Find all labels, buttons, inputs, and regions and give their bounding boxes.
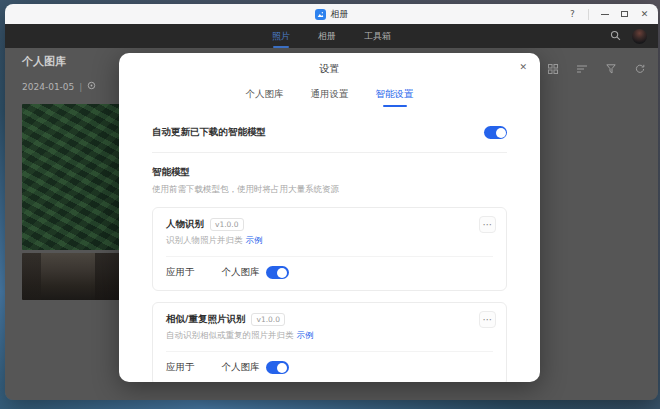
more-options-icon[interactable]: ⋯ xyxy=(479,311,496,328)
model-description-text: 识别人物照片并归类 xyxy=(166,235,243,245)
settings-title: 设置 xyxy=(320,63,340,74)
example-link[interactable]: 示例 xyxy=(297,330,314,340)
date-label: 2024-01-05 xyxy=(22,82,74,92)
album-app-icon xyxy=(315,9,326,20)
apply-row: 应用于 个人图库 xyxy=(166,361,493,374)
settings-dialog-header: 设置 ✕ xyxy=(119,53,540,76)
tab-photos[interactable]: 照片 xyxy=(270,24,292,49)
model-version-badge: v1.0.0 xyxy=(251,313,285,326)
date-separator: | xyxy=(79,82,82,92)
smart-models-section-title: 智能模型 xyxy=(152,166,507,179)
settings-body: 自动更新已下载的智能模型 智能模型 使用前需下载模型包，使用时将占用大量系统资源… xyxy=(119,109,540,382)
smart-models-section-subtitle: 使用前需下载模型包，使用时将占用大量系统资源 xyxy=(152,184,507,196)
model-card-header: 人物识别 v1.0.0 ⋯ xyxy=(166,218,493,231)
divider xyxy=(166,351,493,352)
main-tabbar: 照片 相册 工具箱 xyxy=(5,24,658,48)
similar-duplicate-toggle[interactable] xyxy=(266,361,289,374)
model-title: 相似/重复照片识别 xyxy=(166,313,245,326)
settings-tabs: 个人图库 通用设置 智能设置 xyxy=(119,88,540,109)
avatar[interactable] xyxy=(632,29,647,44)
more-options-icon[interactable]: ⋯ xyxy=(479,216,496,233)
location-icon[interactable] xyxy=(87,81,96,92)
apply-row: 应用于 个人图库 xyxy=(166,266,493,279)
model-card-similar-duplicate: 相似/重复照片识别 v1.0.0 ⋯ 自动识别相似或重复的照片并归类示例 应用于… xyxy=(152,302,507,382)
divider xyxy=(152,152,507,153)
auto-update-label: 自动更新已下载的智能模型 xyxy=(152,126,266,139)
titlebar-app: 相册 xyxy=(315,8,349,21)
list-view-icon[interactable] xyxy=(577,59,587,78)
example-link[interactable]: 示例 xyxy=(246,235,263,245)
help-icon[interactable]: ? xyxy=(568,9,577,19)
model-card-face-recognition: 人物识别 v1.0.0 ⋯ 识别人物照片并归类示例 应用于 个人图库 xyxy=(152,207,507,291)
photo-thumbnail-fern[interactable] xyxy=(22,104,127,250)
face-recognition-toggle[interactable] xyxy=(266,266,289,279)
divider xyxy=(166,256,493,257)
titlebar-separator xyxy=(588,9,589,20)
settings-tab-smart[interactable]: 智能设置 xyxy=(376,88,414,109)
settings-tab-personal-library[interactable]: 个人图库 xyxy=(246,88,284,109)
model-description: 自动识别相似或重复的照片并归类示例 xyxy=(166,330,493,342)
apply-target-label: 个人图库 xyxy=(222,361,260,374)
model-title: 人物识别 xyxy=(166,218,204,231)
tab-toolbox[interactable]: 工具箱 xyxy=(362,24,393,49)
photo-thumbnail-room[interactable] xyxy=(22,253,127,300)
apply-label: 应用于 xyxy=(166,361,195,374)
settings-dialog: 设置 ✕ 个人图库 通用设置 智能设置 自动更新已下载的智能模型 智能模型 使用… xyxy=(119,53,540,382)
model-version-badge: v1.0.0 xyxy=(210,218,244,231)
window-controls: ? ✕ xyxy=(568,4,649,24)
tabbar-right xyxy=(610,24,647,48)
model-card-header: 相似/重复照片识别 v1.0.0 ⋯ xyxy=(166,313,493,326)
refresh-icon[interactable] xyxy=(635,59,645,78)
model-description-text: 自动识别相似或重复的照片并归类 xyxy=(166,330,294,340)
apply-target-label: 个人图库 xyxy=(222,266,260,279)
settings-tab-general[interactable]: 通用设置 xyxy=(311,88,349,109)
dialog-close-icon[interactable]: ✕ xyxy=(519,62,527,72)
desktop-wallpaper: 相册 ? ✕ 照片 相册 工具箱 个人图库 xyxy=(0,0,660,409)
page-title: 个人图库 xyxy=(22,54,66,69)
filter-icon[interactable] xyxy=(606,59,616,78)
content-area: 个人图库 2024-01-05 | xyxy=(5,48,658,400)
tab-albums[interactable]: 相册 xyxy=(316,24,338,49)
auto-update-row: 自动更新已下载的智能模型 xyxy=(152,126,507,139)
maximize-icon[interactable] xyxy=(620,11,629,17)
app-window: 相册 ? ✕ 照片 相册 工具箱 个人图库 xyxy=(5,4,658,400)
search-icon[interactable] xyxy=(610,30,621,43)
grid-view-icon[interactable] xyxy=(548,59,558,78)
apply-label: 应用于 xyxy=(166,266,195,279)
minimize-icon[interactable] xyxy=(600,14,609,15)
close-icon[interactable]: ✕ xyxy=(640,9,649,19)
model-description: 识别人物照片并归类示例 xyxy=(166,235,493,247)
auto-update-toggle[interactable] xyxy=(484,126,507,139)
date-group-header: 2024-01-05 | xyxy=(22,81,96,92)
titlebar: 相册 ? ✕ xyxy=(5,4,658,24)
view-toolbar xyxy=(548,59,645,78)
app-title: 相册 xyxy=(331,8,349,21)
